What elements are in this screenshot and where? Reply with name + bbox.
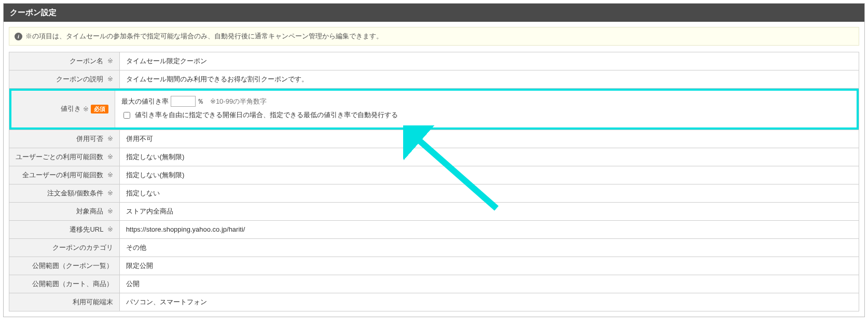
discount-note: ※10-99の半角数字 (210, 97, 267, 105)
label-order-cond: 注文金額/個数条件 (47, 189, 103, 197)
row-coupon-name: クーポン名 ※ タイムセール限定クーポン (9, 52, 859, 70)
value-order-cond: 指定しない (119, 184, 859, 202)
editable-mark: ※ (107, 135, 113, 143)
row-coupon-desc: クーポンの説明 ※ タイムセール期間のみ利用できるお得な割引クーポンです。 (9, 70, 859, 89)
row-combinable: 併用可否 ※ 併用不可 (9, 130, 859, 148)
row-order-cond: 注文金額/個数条件 ※ 指定しない (9, 184, 859, 202)
label-dest-url: 遷移先URL (70, 225, 103, 233)
editable-mark: ※ (107, 75, 113, 83)
editable-mark: ※ (107, 171, 113, 179)
value-coupon-name: タイムセール限定クーポン (119, 52, 859, 70)
settings-table: クーポン名 ※ タイムセール限定クーポン クーポンの説明 ※ タイムセール期間の… (9, 52, 859, 311)
label-discount: 値引き (61, 104, 81, 113)
editable-mark: ※ (107, 57, 113, 65)
discount-auto-issue-checkbox[interactable] (123, 112, 130, 119)
value-all-user-limit: 指定しない(無制限) (119, 166, 859, 184)
discount-highlight: 値引き ※ 必須 最大の値引き率 ％ ※10-99の半角数字 (9, 89, 859, 130)
row-coupon-category: クーポンのカテゴリ その他 (9, 238, 859, 257)
info-text: ※の項目は、タイムセールの参加条件で指定可能な場合のみ、自動発行後に通常キャンペ… (25, 32, 383, 41)
row-dest-url: 遷移先URL ※ https://store.shopping.yahoo.co… (9, 220, 859, 238)
label-coupon-desc: クーポンの説明 (56, 75, 103, 83)
value-coupon-category: その他 (119, 238, 859, 257)
value-dest-url: https://store.shopping.yahoo.co.jp/harit… (119, 220, 859, 238)
editable-mark: ※ (107, 153, 113, 161)
value-coupon-desc: タイムセール期間のみ利用できるお得な割引クーポンです。 (119, 70, 859, 89)
panel-title: クーポン設定 (4, 4, 864, 22)
row-target-items: 対象商品 ※ ストア内全商品 (9, 202, 859, 220)
discount-rate-input[interactable] (171, 96, 196, 107)
label-visibility-cart: 公開範囲（カート、商品） (32, 280, 113, 288)
label-per-user-limit: ユーザーごとの利用可能回数 (16, 153, 103, 161)
value-visibility-cart: 公開 (119, 275, 859, 293)
row-visibility-list: 公開範囲（クーポン一覧） 限定公開 (9, 257, 859, 275)
label-coupon-name: クーポン名 (70, 57, 103, 65)
value-device: パソコン、スマートフォン (119, 293, 859, 311)
row-device: 利用可能端末 パソコン、スマートフォン (9, 293, 859, 311)
info-message: i ※の項目は、タイムセールの参加条件で指定可能な場合のみ、自動発行後に通常キャ… (9, 27, 859, 46)
label-all-user-limit: 全ユーザーの利用可能回数 (22, 171, 103, 179)
label-device: 利用可能端末 (73, 298, 113, 306)
panel-body: i ※の項目は、タイムセールの参加条件で指定可能な場合のみ、自動発行後に通常キャ… (4, 22, 864, 317)
discount-prefix: 最大の値引き率 (121, 97, 169, 105)
info-icon: i (15, 33, 22, 40)
value-combinable: 併用不可 (119, 130, 859, 148)
label-target-items: 対象商品 (76, 207, 103, 215)
discount-auto-issue-label[interactable]: 値引き率を自由に指定できる開催日の場合、指定できる最低の値引き率で自動発行する (121, 108, 398, 122)
row-discount: 値引き ※ 必須 最大の値引き率 ％ ※10-99の半角数字 (9, 89, 859, 130)
value-per-user-limit: 指定しない(無制限) (119, 148, 859, 166)
label-combinable: 併用可否 (76, 135, 103, 143)
coupon-settings-panel: クーポン設定 i ※の項目は、タイムセールの参加条件で指定可能な場合のみ、自動発… (3, 3, 865, 317)
discount-unit: ％ (197, 97, 204, 105)
row-per-user-limit: ユーザーごとの利用可能回数 ※ 指定しない(無制限) (9, 148, 859, 166)
value-target-items: ストア内全商品 (119, 202, 859, 220)
value-visibility-list: 限定公開 (119, 257, 859, 275)
row-all-user-limit: 全ユーザーの利用可能回数 ※ 指定しない(無制限) (9, 166, 859, 184)
required-badge: 必須 (91, 105, 108, 113)
label-coupon-category: クーポンのカテゴリ (52, 244, 113, 251)
editable-mark: ※ (83, 105, 89, 113)
discount-checkbox-text: 値引き率を自由に指定できる開催日の場合、指定できる最低の値引き率で自動発行する (135, 108, 398, 122)
editable-mark: ※ (107, 225, 113, 233)
row-visibility-cart: 公開範囲（カート、商品） 公開 (9, 275, 859, 293)
editable-mark: ※ (107, 207, 113, 215)
label-visibility-list: 公開範囲（クーポン一覧） (32, 262, 113, 269)
editable-mark: ※ (107, 189, 113, 197)
